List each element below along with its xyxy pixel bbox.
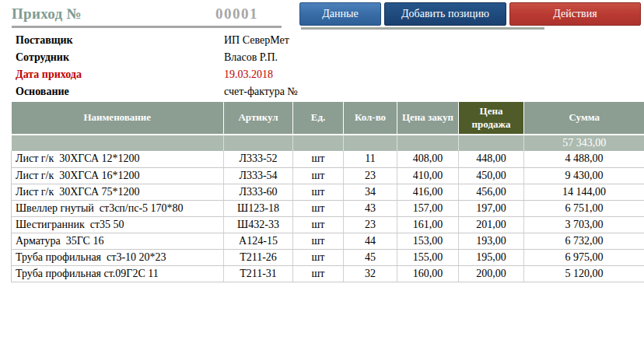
form-row-employee: СотрудникВласов Р.П. bbox=[16, 51, 278, 68]
cell-buy-price: 410,00 bbox=[397, 167, 459, 184]
table-row: Лист г/к 30ХГСА 12*1200 Л333-52 шт 11 40… bbox=[12, 151, 644, 167]
cell-buy-price: 160,00 bbox=[397, 265, 459, 282]
cell-sum: 6 975,00 bbox=[524, 249, 644, 265]
total-row: 57 343,00 bbox=[12, 135, 644, 151]
cell-sell-price: 193,00 bbox=[459, 233, 524, 249]
total-empty-cell bbox=[397, 135, 459, 151]
cell-name: Арматура 35ГС 16 bbox=[12, 233, 224, 249]
cell-article: Ш123-18 bbox=[224, 200, 293, 216]
cell-sum: 3 703,00 bbox=[524, 216, 644, 233]
total-empty-cell bbox=[293, 135, 344, 151]
data-button[interactable]: Данные bbox=[299, 2, 381, 26]
cell-unit: шт bbox=[293, 200, 344, 216]
cell-qty: 23 bbox=[344, 167, 397, 184]
total-empty-cell bbox=[459, 135, 524, 151]
items-table: Наименование Артикул Ед. Кол-во Цена зак… bbox=[11, 102, 644, 282]
cell-buy-price: 416,00 bbox=[397, 184, 459, 200]
cell-sell-price: 201,00 bbox=[459, 216, 524, 233]
total-empty-cell bbox=[344, 135, 397, 151]
table-row: Труба профильная ст.09Г2С 11 Т211-31 шт … bbox=[12, 265, 644, 282]
receipt-document: Приход № 00001 Данные Добавить позицию Д… bbox=[0, 0, 644, 347]
document-number: 00001 bbox=[215, 5, 258, 23]
table-row: Швеллер гнутый ст3сп/пс-5 170*80 Ш123-18… bbox=[12, 200, 644, 216]
cell-unit: шт bbox=[293, 249, 344, 265]
cell-sum: 4 488,00 bbox=[524, 151, 644, 167]
table-row: Лист г/к 30ХГСА 16*1200 Л333-54 шт 23 41… bbox=[12, 167, 644, 184]
cell-sell-price: 456,00 bbox=[459, 184, 524, 200]
cell-article: Т211-26 bbox=[224, 249, 293, 265]
cell-sum: 14 144,00 bbox=[524, 184, 644, 200]
table-row: Труба профильная ст3-10 20*23 Т211-26 шт… bbox=[12, 249, 644, 265]
table-row: Лист г/к 30ХГСА 75*1200 Л333-60 шт 34 41… bbox=[12, 184, 644, 200]
cell-name: Лист г/к 30ХГСА 16*1200 bbox=[12, 167, 224, 184]
cell-article: Т211-31 bbox=[224, 265, 293, 282]
add-position-button[interactable]: Добавить позицию bbox=[384, 2, 506, 26]
cell-buy-price: 155,00 bbox=[397, 249, 459, 265]
cell-buy-price: 153,00 bbox=[397, 233, 459, 249]
cell-unit: шт bbox=[293, 265, 344, 282]
cell-sell-price: 195,00 bbox=[459, 249, 524, 265]
cell-buy-price: 161,00 bbox=[397, 216, 459, 233]
column-header-name: Наименование bbox=[12, 102, 224, 135]
cell-qty: 32 bbox=[344, 265, 397, 282]
cell-qty: 11 bbox=[344, 151, 397, 167]
table-header-row: Наименование Артикул Ед. Кол-во Цена зак… bbox=[12, 102, 644, 135]
basis-value[interactable]: счет-фактура № bbox=[224, 86, 298, 98]
table-row: Шестигранник ст35 50 Ш432-33 шт 23 161,0… bbox=[12, 216, 644, 233]
cell-article: Л333-52 bbox=[224, 151, 293, 167]
cell-sell-price: 200,00 bbox=[459, 265, 524, 282]
employee-label: Сотрудник bbox=[16, 51, 224, 64]
column-header-sum: Сумма bbox=[524, 102, 644, 135]
title-underline bbox=[12, 26, 282, 28]
form-row-supplier: ПоставщикИП СеверМет bbox=[16, 34, 289, 51]
cell-name: Труба профильная ст3-10 20*23 bbox=[12, 249, 224, 265]
column-header-buy-price: Цена закуп bbox=[397, 102, 459, 135]
cell-qty: 23 bbox=[344, 216, 397, 233]
cell-name: Шестигранник ст35 50 bbox=[12, 216, 224, 233]
table-row: Арматура 35ГС 16 А124-15 шт 44 153,00 19… bbox=[12, 233, 644, 249]
buttons-shadow bbox=[301, 27, 544, 30]
page-title: Приход № bbox=[12, 5, 82, 23]
cell-sell-price: 450,00 bbox=[459, 167, 524, 184]
form-row-date: Дата прихода19.03.2018 bbox=[16, 68, 273, 86]
cell-sell-price: 448,00 bbox=[459, 151, 524, 167]
cell-qty: 44 bbox=[344, 233, 397, 249]
cell-name: Лист г/к 30ХГСА 12*1200 bbox=[12, 151, 224, 167]
column-header-article: Артикул bbox=[224, 102, 293, 135]
column-header-sell-price: Цена продажа bbox=[459, 102, 524, 135]
column-header-qty: Кол-во bbox=[344, 102, 397, 135]
cell-sum: 9 430,00 bbox=[524, 167, 644, 184]
cell-sell-price: 197,00 bbox=[459, 200, 524, 216]
cell-qty: 43 bbox=[344, 200, 397, 216]
cell-name: Труба профильная ст.09Г2С 11 bbox=[12, 265, 224, 282]
supplier-label: Поставщик bbox=[16, 34, 224, 47]
cell-article: А124-15 bbox=[224, 233, 293, 249]
cell-article: Ш432-33 bbox=[224, 216, 293, 233]
cell-article: Л333-60 bbox=[224, 184, 293, 200]
cell-sum: 6 751,00 bbox=[524, 200, 644, 216]
cell-article: Л333-54 bbox=[224, 167, 293, 184]
supplier-value[interactable]: ИП СеверМет bbox=[224, 34, 289, 47]
cell-name: Лист г/к 30ХГСА 75*1200 bbox=[12, 184, 224, 200]
employee-value[interactable]: Власов Р.П. bbox=[224, 51, 278, 64]
cell-qty: 45 bbox=[344, 249, 397, 265]
actions-button[interactable]: Действия bbox=[509, 2, 641, 26]
table-body: Лист г/к 30ХГСА 12*1200 Л333-52 шт 11 40… bbox=[12, 151, 644, 282]
cell-unit: шт bbox=[293, 233, 344, 249]
receipt-date-value[interactable]: 19.03.2018 bbox=[224, 68, 273, 81]
cell-unit: шт bbox=[293, 151, 344, 167]
cell-qty: 34 bbox=[344, 184, 397, 200]
cell-name: Швеллер гнутый ст3сп/пс-5 170*80 bbox=[12, 200, 224, 216]
total-empty-cell bbox=[224, 135, 293, 151]
cell-buy-price: 408,00 bbox=[397, 151, 459, 167]
column-header-unit: Ед. bbox=[293, 102, 344, 135]
basis-label: Основание bbox=[16, 86, 224, 98]
cell-sum: 5 120,00 bbox=[524, 265, 644, 282]
cell-unit: шт bbox=[293, 216, 344, 233]
total-empty-cell bbox=[12, 135, 224, 151]
cell-unit: шт bbox=[293, 167, 344, 184]
cell-buy-price: 157,00 bbox=[397, 200, 459, 216]
receipt-date-label: Дата прихода bbox=[16, 68, 224, 81]
form-row-basis: Основаниесчет-фактура № bbox=[16, 86, 298, 103]
cell-sum: 6 732,00 bbox=[524, 233, 644, 249]
